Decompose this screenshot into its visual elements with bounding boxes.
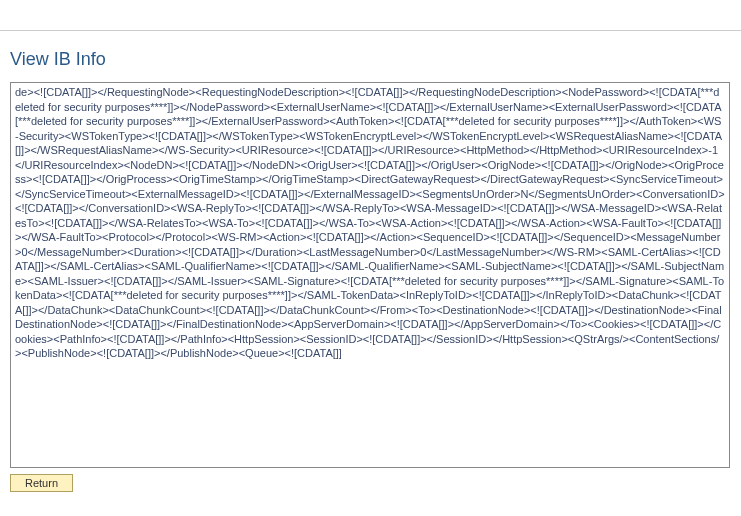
return-button[interactable]: Return (10, 474, 73, 492)
xml-content-box[interactable]: de><![CDATA[]]></RequestingNode><Request… (10, 82, 730, 468)
xml-raw-text: de><![CDATA[]]></RequestingNode><Request… (11, 83, 729, 363)
button-row: Return (0, 468, 741, 498)
page-title: View IB Info (0, 31, 741, 82)
